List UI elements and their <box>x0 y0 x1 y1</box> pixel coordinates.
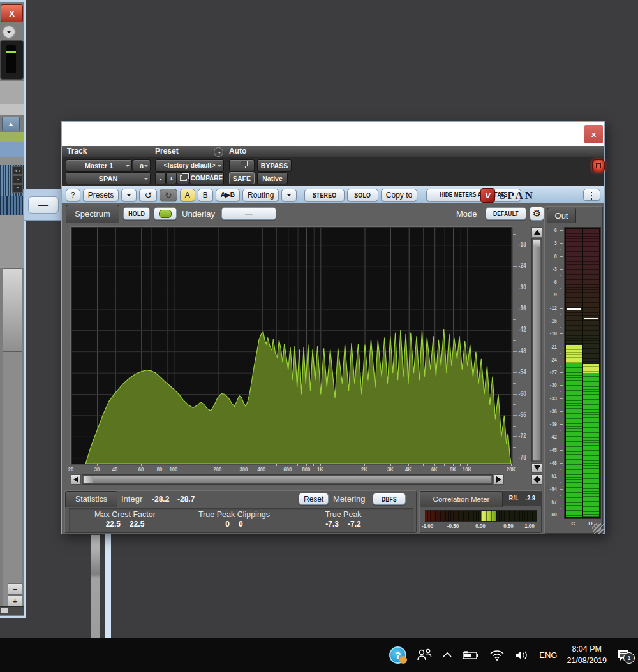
db-tick <box>513 447 516 448</box>
daw-panel <box>0 81 24 105</box>
plugin-selector[interactable]: SPAN <box>66 172 151 184</box>
tab-out[interactable]: Out <box>547 208 576 223</box>
wifi-icon[interactable] <box>489 650 505 661</box>
daw-vertical-scrollbar[interactable] <box>3 268 22 608</box>
spectrum-plot[interactable] <box>71 227 512 464</box>
tab-spectrum[interactable]: Spectrum <box>66 205 119 223</box>
hold-button[interactable]: HOLD <box>123 207 150 220</box>
help-button[interactable]: ? <box>66 189 80 201</box>
scroll-up-button[interactable] <box>531 227 542 237</box>
presets-button[interactable]: Presets <box>83 189 119 201</box>
scroll-down-button[interactable] <box>531 463 542 473</box>
meter-tick <box>560 385 563 386</box>
daw-close-button[interactable]: X <box>1 4 23 22</box>
vertical-scrollbar-thumb[interactable] <box>533 239 541 461</box>
preset-menu-button[interactable] <box>214 147 223 157</box>
close-button[interactable]: x <box>584 125 603 143</box>
meter-tick <box>560 515 563 515</box>
track-selector[interactable]: Master 1 <box>66 159 132 172</box>
db-tick <box>513 351 517 352</box>
stereo-mode-button[interactable]: STEREO <box>304 189 345 201</box>
mode-selector-button[interactable]: DEFAULT <box>486 207 526 220</box>
metering-mode-button[interactable]: DBFS <box>373 493 406 505</box>
daw-chip-forward[interactable]: » <box>12 175 23 184</box>
help-tray-icon[interactable]: ? <box>389 646 406 664</box>
undo-button[interactable]: ↺ <box>139 189 157 201</box>
chevron-up-icon[interactable] <box>442 652 452 658</box>
daw-zoom-in-button[interactable]: + <box>8 595 22 607</box>
native-button[interactable]: Native <box>257 172 288 184</box>
daw-chip-az[interactable]: a z <box>12 166 23 175</box>
db-label: -54 <box>519 369 526 376</box>
tab-correlation-meter[interactable]: Correlation Meter <box>420 491 503 507</box>
scroll-right-button[interactable] <box>494 474 504 485</box>
scroll-left-button[interactable] <box>71 474 81 485</box>
fit-vertical-button[interactable] <box>531 474 542 485</box>
compare-button[interactable]: COMPARE <box>189 172 224 184</box>
safe-button[interactable]: SAFE <box>229 172 255 184</box>
daw-horizontal-scrollbar[interactable] <box>0 606 24 615</box>
ab-state-b-button[interactable]: B <box>198 189 213 201</box>
a-to-b-copy-button[interactable]: A▶B <box>216 189 240 201</box>
daw-waveform[interactable]: a z » = <box>0 165 24 196</box>
meter-bar-left[interactable] <box>566 229 582 517</box>
reset-button[interactable]: Reset <box>299 493 329 505</box>
meter-scale-label: -45 <box>546 447 557 453</box>
daw-waveform[interactable] <box>0 196 24 215</box>
db-tick <box>513 330 517 330</box>
auto-read-button[interactable] <box>229 159 255 172</box>
meter-scale-label: -30 <box>546 382 557 388</box>
horizontal-scrollbar-thumb[interactable] <box>83 476 492 483</box>
meter-bars[interactable] <box>564 227 601 519</box>
db-label: -24 <box>519 262 526 269</box>
minimize-button[interactable]: — <box>28 196 59 214</box>
color-swatch <box>159 210 172 218</box>
solo-button[interactable]: SOLO <box>347 189 378 201</box>
ab-state-a-button[interactable]: A <box>180 189 195 201</box>
daw-track-strip-blue <box>0 142 24 157</box>
correlation-panel: Correlation Meter R/L -2.9 -1.00 -0.50 0… <box>419 490 542 533</box>
clock[interactable]: 8:04 PM 21/08/2019 <box>567 643 607 666</box>
language-indicator[interactable]: ENG <box>539 650 557 660</box>
preset-next-button[interactable]: + <box>166 172 177 184</box>
battery-icon[interactable] <box>462 650 480 660</box>
redo-button[interactable]: ↻ <box>160 189 177 201</box>
daw-fader-panel[interactable] <box>0 40 24 80</box>
routing-dropdown-button[interactable] <box>281 189 297 201</box>
db-tick <box>513 362 516 362</box>
copy-to-button[interactable]: Copy to <box>381 189 417 201</box>
underlay-selector-button[interactable]: — <box>221 207 276 220</box>
bypass-button[interactable]: BYPASS <box>257 159 292 172</box>
daw-chip-eq[interactable]: = <box>12 184 23 193</box>
notification-center-icon[interactable]: 1 <box>616 648 630 661</box>
routing-button[interactable]: Routing <box>242 189 279 201</box>
db-tick <box>513 404 516 405</box>
preset-selector[interactable]: <factory default> <box>155 159 224 172</box>
preset-prev-button[interactable]: - <box>155 172 166 184</box>
diamond-icon <box>533 476 540 483</box>
preset-copy-button[interactable] <box>177 172 189 184</box>
daw-dropdown-button[interactable] <box>2 25 16 39</box>
settings-gear-button[interactable]: ⚙ <box>530 207 544 221</box>
people-icon[interactable] <box>416 648 433 661</box>
stat-max-crest-factor: Max Crest Factor 22.522.5 <box>74 510 176 529</box>
meter-scale-label: -6 <box>546 279 557 285</box>
presets-dropdown-button[interactable] <box>121 189 137 201</box>
tab-statistics[interactable]: Statistics <box>65 491 117 507</box>
record-automation-button[interactable] <box>592 159 605 172</box>
window-resize-grip[interactable] <box>594 524 604 534</box>
track-layer-selector[interactable]: a <box>133 159 151 172</box>
speaker-icon[interactable] <box>514 650 530 661</box>
menu-button[interactable] <box>583 189 600 201</box>
desktop: X a z » = – + — x Track <box>0 0 638 672</box>
meter-bar-right[interactable] <box>583 229 599 517</box>
scrollbar-thumb[interactable] <box>3 269 22 352</box>
window-titlebar[interactable]: x <box>62 122 604 147</box>
daw-scroll-up-button[interactable] <box>2 117 20 131</box>
meter-channel-label: C <box>565 520 581 527</box>
daw-zoom-out-button[interactable]: – <box>8 583 22 595</box>
stat-true-peak-clippings: True Peak Clippings 00 <box>183 510 285 529</box>
meter-tick <box>560 360 563 360</box>
spectrum-color-swatch-button[interactable] <box>154 207 177 220</box>
meter-tick-minor <box>560 418 561 418</box>
